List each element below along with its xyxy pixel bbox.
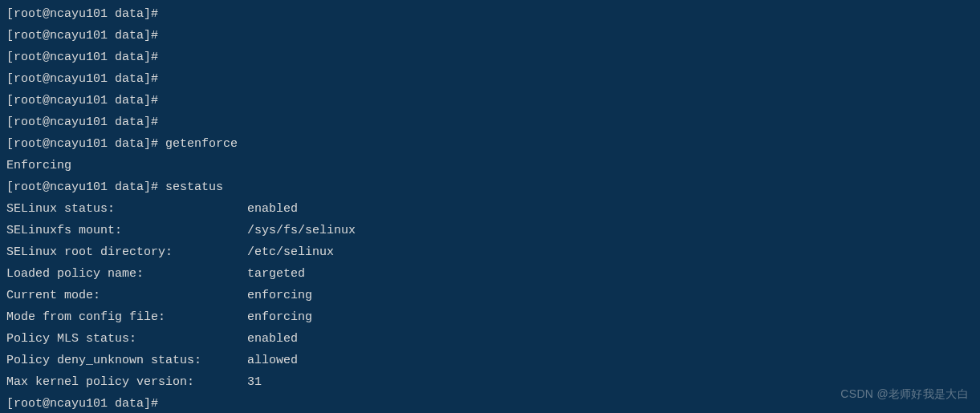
sestatus-row-5: Mode from config file:enforcing [6, 306, 974, 328]
sestatus-row-7-label: Policy deny_unknown status: [6, 350, 247, 371]
sestatus-row-6-label: Policy MLS status: [6, 328, 247, 350]
sestatus-row-3-label: Loaded policy name: [6, 263, 247, 285]
sestatus-row-0: SELinux status:enabled [6, 198, 974, 220]
prompt-empty: [root@ncayu101 data]# [6, 68, 974, 90]
sestatus-row-3-value: targeted [247, 263, 974, 285]
terminal-output[interactable]: [root@ncayu101 data]#[root@ncayu101 data… [6, 3, 974, 413]
prompt-empty: [root@ncayu101 data]# [6, 90, 974, 111]
sestatus-row-4: Current mode:enforcing [6, 285, 974, 306]
sestatus-row-8-label: Max kernel policy version: [6, 371, 247, 393]
sestatus-row-2-label: SELinux root directory: [6, 241, 247, 263]
watermark: CSDN @老师好我是大白 [840, 383, 969, 405]
sestatus-row-4-label: Current mode: [6, 285, 247, 306]
sestatus-row-6-value: enabled [247, 328, 974, 350]
prompt-final: [root@ncayu101 data]# [6, 393, 974, 413]
sestatus-row-0-value: enabled [247, 198, 974, 220]
sestatus-row-5-label: Mode from config file: [6, 306, 247, 328]
prompt-empty: [root@ncayu101 data]# [6, 111, 974, 133]
prompt-empty: [root@ncayu101 data]# [6, 3, 974, 25]
sestatus-row-4-value: enforcing [247, 285, 974, 306]
sestatus-row-1: SELinuxfs mount:/sys/fs/selinux [6, 220, 974, 241]
prompt-sestatus: [root@ncayu101 data]# sestatus [6, 176, 974, 198]
sestatus-row-2-value: /etc/selinux [247, 241, 974, 263]
prompt-empty: [root@ncayu101 data]# [6, 47, 974, 68]
sestatus-row-6: Policy MLS status:enabled [6, 328, 974, 350]
sestatus-row-1-value: /sys/fs/selinux [247, 220, 974, 241]
sestatus-row-7-value: allowed [247, 350, 974, 371]
sestatus-row-3: Loaded policy name:targeted [6, 263, 974, 285]
sestatus-row-5-value: enforcing [247, 306, 974, 328]
sestatus-row-0-label: SELinux status: [6, 198, 247, 220]
output-getenforce: Enforcing [6, 155, 974, 176]
sestatus-row-7: Policy deny_unknown status:allowed [6, 350, 974, 371]
sestatus-row-8: Max kernel policy version:31 [6, 371, 974, 393]
prompt-getenforce: [root@ncayu101 data]# getenforce [6, 133, 974, 155]
prompt-empty: [root@ncayu101 data]# [6, 25, 974, 47]
sestatus-row-1-label: SELinuxfs mount: [6, 220, 247, 241]
sestatus-row-2: SELinux root directory:/etc/selinux [6, 241, 974, 263]
